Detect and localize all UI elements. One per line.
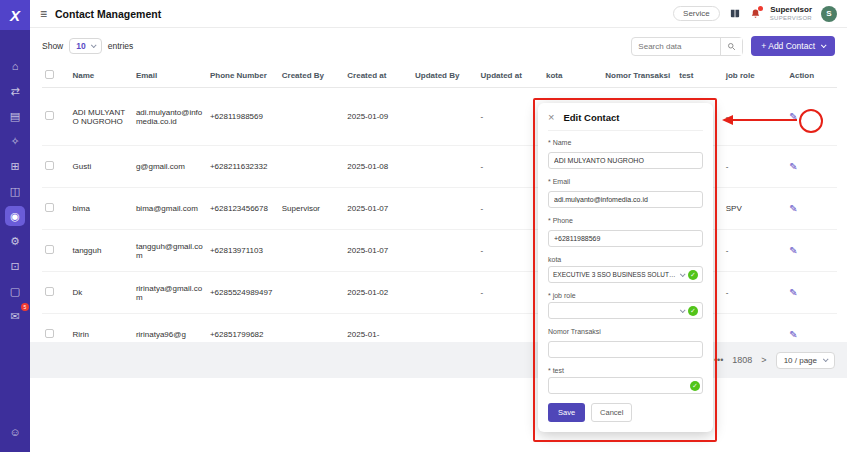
edit-contact-icon[interactable]: ✎ <box>789 203 797 214</box>
edit-contact-icon[interactable]: ✎ <box>789 161 797 172</box>
cell-job-role: - <box>723 88 786 146</box>
row-checkbox[interactable] <box>45 329 54 338</box>
pagination-current-page[interactable]: 1808 <box>732 355 752 365</box>
avatar[interactable]: S <box>821 6 837 22</box>
flash-icon[interactable]: ✧ <box>5 131 25 151</box>
cell-email: adi.mulyanto@infomedia.co.id <box>133 88 207 146</box>
search-box <box>631 37 743 56</box>
file-icon[interactable]: ▢ <box>5 281 25 301</box>
pagination-next-button[interactable]: > <box>761 355 766 365</box>
table-row: Dk ririnatya@gmail.com +6285524989497 20… <box>42 272 837 314</box>
book-icon[interactable] <box>729 8 741 19</box>
notification-badge: 5 <box>21 303 29 311</box>
close-icon[interactable]: × <box>548 112 554 123</box>
mail-glyph: ✉ <box>10 310 19 323</box>
monitor-icon[interactable]: ⊞ <box>5 156 25 176</box>
edit-contact-icon[interactable]: ✎ <box>789 287 797 298</box>
cell-updated-at: - <box>478 272 544 314</box>
presentation-icon[interactable]: ⊡ <box>5 256 25 276</box>
chevron-down-icon <box>680 271 686 277</box>
sidebar: X ⌂ ⇄ ▤ ✧ ⊞ ◫ ◉ ⚙ ⊡ ▢ ✉5 ☺ <box>0 0 30 452</box>
cancel-button[interactable]: Cancel <box>591 403 632 422</box>
select-all-checkbox[interactable] <box>45 70 54 79</box>
settings-icon[interactable]: ⚙ <box>5 231 25 251</box>
contacts-icon[interactable]: ◉ <box>5 206 25 226</box>
job-role-label: * job role <box>548 292 703 299</box>
edit-contact-icon[interactable]: ✎ <box>789 111 797 122</box>
cell-created-at: 2025-01-07 <box>344 230 412 272</box>
cell-name: bima <box>69 188 132 230</box>
cell-phone: +62811988569 <box>207 88 279 146</box>
service-button[interactable]: Service <box>673 6 720 21</box>
row-checkbox[interactable] <box>45 161 54 170</box>
col-kota: kota <box>543 64 602 88</box>
team-icon[interactable]: ◫ <box>5 181 25 201</box>
cell-created-by <box>279 272 345 314</box>
document-icon[interactable]: ▤ <box>5 106 25 126</box>
home-icon[interactable]: ⌂ <box>5 56 25 76</box>
entries-value: 10 <box>76 41 85 51</box>
search-input[interactable] <box>632 42 720 51</box>
cell-updated-at: - <box>478 230 544 272</box>
cell-created-by <box>279 146 345 188</box>
cell-email: ririnatya@gmail.com <box>133 272 207 314</box>
add-contact-button[interactable]: + Add Contact <box>751 36 835 56</box>
col-nomor-transaksi: Nomor Transaksi <box>602 64 676 88</box>
cell-updated-at: - <box>478 188 544 230</box>
show-label: Show <box>42 41 63 51</box>
cell-updated-by <box>412 88 478 146</box>
chat-icon[interactable]: ☺ <box>5 422 25 442</box>
col-phone: Phone Number <box>207 64 279 88</box>
edit-contact-icon[interactable]: ✎ <box>789 245 797 256</box>
entries-label: entries <box>108 41 134 51</box>
name-input[interactable] <box>548 152 703 169</box>
table-row: ADI MULYANTO NUGROHO adi.mulyanto@infome… <box>42 88 837 146</box>
page-size-select[interactable]: 10 / page <box>776 352 835 369</box>
user-name: Supervisor <box>770 5 812 15</box>
sidebar-menu: ⌂ ⇄ ▤ ✧ ⊞ ◫ ◉ ⚙ ⊡ ▢ ✉5 <box>5 56 25 326</box>
cell-name: tangguh <box>69 230 132 272</box>
row-checkbox[interactable] <box>45 287 54 296</box>
app-logo[interactable]: X <box>0 0 30 30</box>
table-row: Gusti g@gmail.com +628211632332 2025-01-… <box>42 146 837 188</box>
col-action: Action <box>786 64 837 88</box>
menu-icon[interactable]: ≡ <box>40 7 47 21</box>
save-button[interactable]: Save <box>548 403 585 422</box>
cell-created-by <box>279 88 345 146</box>
contact-table: Name Email Phone Number Created By Creat… <box>30 64 847 356</box>
cell-created-by <box>279 230 345 272</box>
table-row: bima bima@gmail.com +628123456678 Superv… <box>42 188 837 230</box>
col-name: Name <box>69 64 132 88</box>
cell-created-by: Supervisor <box>279 188 345 230</box>
test-input[interactable] <box>548 377 703 394</box>
cell-name: Gusti <box>69 146 132 188</box>
pagination-bar: ••• 1808 > 10 / page <box>30 342 847 378</box>
pagination-ellipsis[interactable]: ••• <box>714 355 723 365</box>
phone-input[interactable] <box>548 230 703 247</box>
cell-name: Dk <box>69 272 132 314</box>
cell-updated-by <box>412 230 478 272</box>
nomor-transaksi-label: Nomor Transaksi <box>548 328 703 335</box>
cell-created-at: 2025-01-02 <box>344 272 412 314</box>
mail-icon[interactable]: ✉5 <box>5 306 25 326</box>
job-role-select[interactable]: ✓ <box>548 302 703 319</box>
cell-job-role: - <box>723 230 786 272</box>
user-role: SUPERVISOR <box>770 15 812 22</box>
bell-icon[interactable] <box>750 8 761 20</box>
row-checkbox[interactable] <box>45 111 54 120</box>
cell-phone: +628123456678 <box>207 188 279 230</box>
cell-name: ADI MULYANTO NUGROHO <box>69 88 132 146</box>
edit-contact-icon[interactable]: ✎ <box>789 329 797 340</box>
cell-updated-by <box>412 188 478 230</box>
row-checkbox[interactable] <box>45 203 54 212</box>
nomor-transaksi-input[interactable] <box>548 341 703 358</box>
chevron-down-icon <box>91 42 97 48</box>
entries-select[interactable]: 10 <box>69 38 101 54</box>
row-checkbox[interactable] <box>45 245 54 254</box>
bell-badge-dot <box>758 6 763 11</box>
email-input[interactable] <box>548 191 703 208</box>
kota-select[interactable]: EXECUTIVE 3 SSO BUSINESS SOLUTION ✓ <box>548 266 703 283</box>
exchange-icon[interactable]: ⇄ <box>5 81 25 101</box>
phone-label: * Phone <box>548 217 703 224</box>
search-icon[interactable] <box>720 38 742 55</box>
